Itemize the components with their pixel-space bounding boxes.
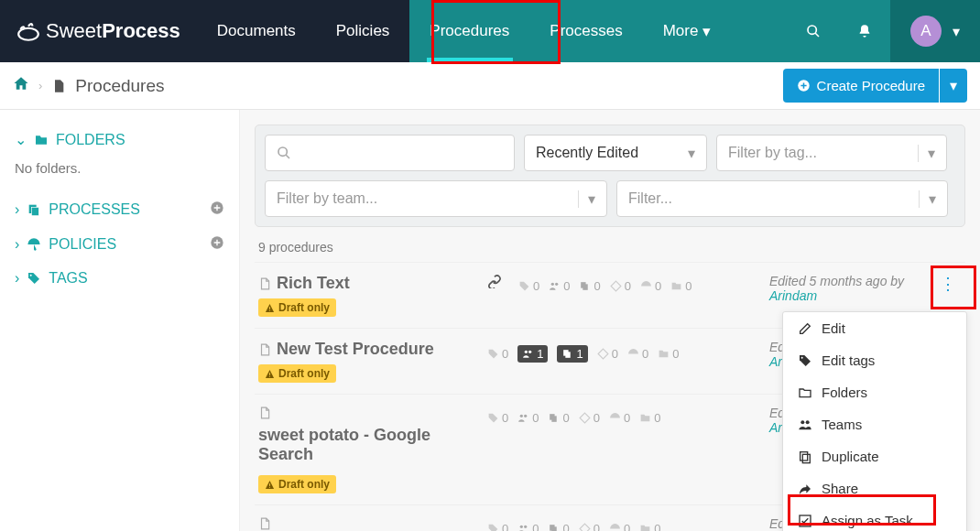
sort-select[interactable]: Recently Edited▾ <box>524 135 707 171</box>
svg-rect-32 <box>552 526 557 531</box>
draft-badge: Draft only <box>258 364 336 383</box>
document-icon <box>51 78 66 94</box>
folders-empty-text: No folders. <box>0 157 239 192</box>
menu-edit[interactable]: Edit <box>783 312 966 344</box>
row-stats: 0 0 0 0 0 0 <box>518 274 769 293</box>
draft-badge: Draft only <box>258 298 336 317</box>
svg-point-11 <box>551 283 554 286</box>
duplicate-icon <box>798 450 812 464</box>
plus-circle-icon <box>797 79 811 92</box>
nav-processes[interactable]: Processes <box>529 0 642 62</box>
menu-assign-task[interactable]: Assign as Task <box>783 504 966 531</box>
sidebar-policies[interactable]: › POLICIES <box>0 227 239 262</box>
chevron-down-icon: ▾ <box>953 23 960 40</box>
nav-policies[interactable]: Policies <box>316 0 410 62</box>
nav-documents[interactable]: Documents <box>197 0 316 62</box>
document-icon <box>258 342 271 357</box>
logo-text-b: Process <box>102 19 180 43</box>
filter-team-select[interactable]: Filter by team...▾ <box>265 180 607 217</box>
check-square-icon <box>798 514 812 528</box>
search-input[interactable] <box>265 135 515 171</box>
sidebar-tags[interactable]: › TAGS <box>0 262 239 295</box>
menu-teams[interactable]: Teams <box>783 408 966 440</box>
chevron-right-icon: › <box>15 270 19 287</box>
nav-more[interactable]: More ▾ <box>643 0 731 62</box>
filter-tag-select[interactable]: Filter by tag...▾ <box>716 135 947 171</box>
row-edited: Edited 5 months ago byArindam <box>769 274 934 303</box>
nav-procedures[interactable]: Procedures <box>409 0 529 62</box>
svg-rect-14 <box>583 284 588 290</box>
draft-badge: Draft only <box>258 475 336 493</box>
chevron-down-icon: ▾ <box>919 190 936 208</box>
bell-icon[interactable] <box>839 0 890 62</box>
chevron-down-icon: ▾ <box>578 190 595 208</box>
row-stats: 0 0 0 0 0 0 <box>487 516 769 531</box>
chevron-down-icon: ▾ <box>918 145 935 162</box>
result-count: 9 procedures <box>255 227 965 262</box>
top-nav: SweetProcess Documents Policies Procedur… <box>0 0 980 62</box>
chevron-right-icon: › <box>15 236 19 253</box>
folder-icon <box>34 133 49 147</box>
sidebar-folders[interactable]: ⌄ FOLDERS <box>0 123 239 157</box>
document-icon <box>258 516 271 531</box>
menu-share[interactable]: Share <box>783 472 966 504</box>
document-icon <box>258 406 271 420</box>
svg-point-30 <box>524 526 527 528</box>
svg-point-34 <box>800 420 804 424</box>
logo[interactable]: SweetProcess <box>0 19 197 43</box>
chevron-down-icon: ⌄ <box>15 131 27 148</box>
sub-bar: › Procedures Create Procedure ▾ <box>0 62 980 110</box>
svg-rect-37 <box>802 454 810 462</box>
row-actions-menu: Edit Edit tags Folders Teams Duplicate S… <box>782 311 967 531</box>
svg-rect-21 <box>269 483 270 486</box>
menu-edit-tags[interactable]: Edit tags <box>783 344 966 376</box>
svg-rect-36 <box>800 451 808 460</box>
svg-point-0 <box>18 28 38 40</box>
row-title[interactable]: sweet potato - Google Search Draft only <box>258 406 487 493</box>
svg-point-24 <box>524 415 527 417</box>
breadcrumb: › Procedures <box>13 75 165 96</box>
filter-bar: Recently Edited▾ Filter by tag...▾ Filte… <box>255 125 965 227</box>
teams-icon <box>798 417 812 432</box>
svg-rect-9 <box>269 307 270 309</box>
tag-icon <box>798 353 812 368</box>
menu-folders[interactable]: Folders <box>783 376 966 408</box>
share-icon <box>798 482 812 496</box>
svg-point-29 <box>520 526 523 528</box>
sidebar-processes[interactable]: › PROCESSES <box>0 192 239 227</box>
sidebar: ⌄ FOLDERS No folders. › PROCESSES › POLI… <box>0 110 240 531</box>
pencil-icon <box>798 321 812 336</box>
svg-rect-4 <box>32 207 39 215</box>
logo-text-a: Sweet <box>46 19 102 43</box>
row-title[interactable]: New Test Procedure <box>258 340 487 359</box>
add-policy-icon[interactable] <box>210 235 224 254</box>
breadcrumb-sep: › <box>38 79 42 92</box>
svg-point-17 <box>525 351 528 353</box>
document-icon <box>258 276 271 291</box>
user-menu[interactable]: A ▾ <box>890 0 980 62</box>
search-icon <box>277 146 291 160</box>
svg-point-12 <box>555 283 558 286</box>
chevron-down-icon: ▾ <box>688 145 695 162</box>
row-title[interactable]: How to Create a Procedure Using SweetPro… <box>258 516 487 531</box>
add-process-icon[interactable] <box>210 200 224 219</box>
menu-duplicate[interactable]: Duplicate <box>783 440 966 472</box>
svg-rect-15 <box>269 373 270 375</box>
filter-select[interactable]: Filter...▾ <box>616 180 948 217</box>
row-stats: 0 0 0 0 0 0 <box>487 406 769 425</box>
row-author[interactable]: Arindam <box>769 288 817 303</box>
home-icon[interactable] <box>13 75 29 96</box>
create-dropdown-button[interactable]: ▾ <box>940 69 967 103</box>
chevron-right-icon: › <box>15 201 19 218</box>
svg-point-8 <box>278 147 287 156</box>
tags-icon <box>27 271 41 286</box>
search-icon[interactable] <box>788 0 839 62</box>
page-title: Procedures <box>75 76 164 96</box>
row-actions-button[interactable]: ⋮ <box>934 274 962 294</box>
row-title[interactable]: Rich Text <box>258 274 487 293</box>
svg-point-23 <box>520 415 523 417</box>
svg-rect-22 <box>269 486 270 487</box>
svg-rect-20 <box>566 352 571 358</box>
create-procedure-button[interactable]: Create Procedure <box>783 69 939 103</box>
umbrella-icon <box>27 237 41 252</box>
